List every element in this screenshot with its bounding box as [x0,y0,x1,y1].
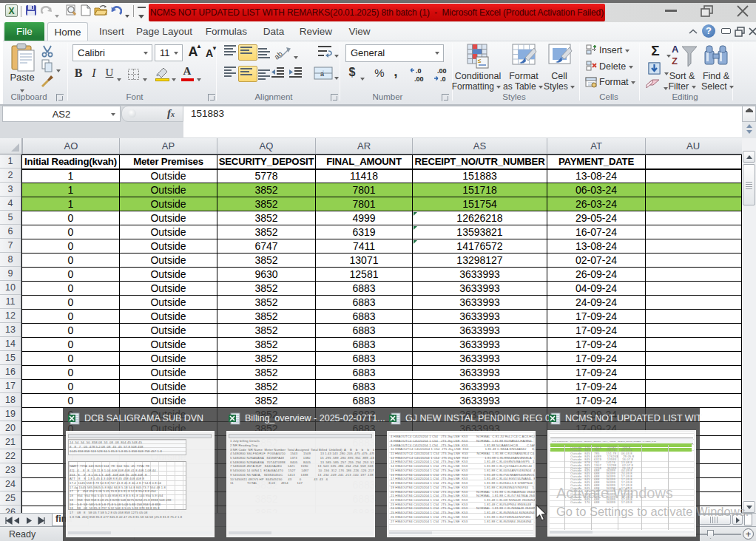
svg-text:.0: .0 [416,67,422,75]
svg-text:.00: .00 [437,67,447,75]
svg-text:.0: .0 [440,75,446,83]
svg-text:a: a [320,70,324,78]
svg-text:Z: Z [672,55,678,67]
svg-text:.00: .00 [414,75,424,83]
svg-text:A: A [672,44,679,55]
svg-text:≤: ≤ [478,58,482,64]
